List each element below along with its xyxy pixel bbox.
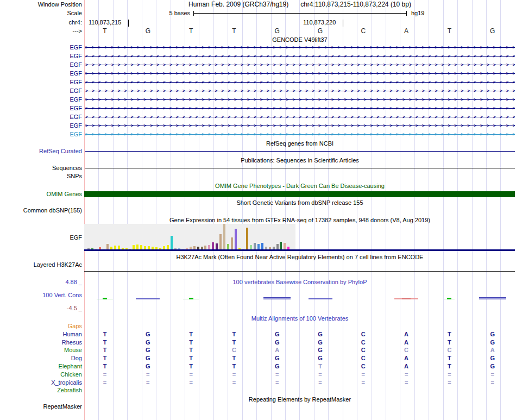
gene-transcript-line[interactable]: >>>>>>>>>>>>>>>>>>>>>>>>>>>>>>>>>>>>>>>>… [85,105,515,112]
repeatmasker-track-title: Repeating Elements by RepeatMasker [85,396,515,403]
gtex-tissue-bar[interactable] [246,228,248,249]
gtex-tissue-bar[interactable] [171,236,173,249]
gene-transcript-line[interactable]: >>>>>>>>>>>>>>>>>>>>>>>>>>>>>>>>>>>>>>>>… [85,114,515,121]
coordinate-mid: 110,873,220 [303,19,336,26]
gtex-tissue-bar[interactable] [212,242,214,249]
gene-transcript-line[interactable]: >>>>>>>>>>>>>>>>>>>>>>>>>>>>>>>>>>>>>>>>… [85,87,515,95]
gene-row-label[interactable]: EGF [0,114,82,121]
gtex-tissue-bar[interactable] [231,237,233,249]
alignment-cell: = [255,371,299,378]
gtex-expression-chart[interactable] [84,224,295,249]
alignment-cell: G [471,339,514,346]
gtex-tissue-bar[interactable] [118,246,120,249]
species-label[interactable]: Chicken [0,371,82,378]
h3k27ac-track-title: H3K27Ac Mark (Often Found Near Active Re… [85,254,515,261]
gene-transcript-line[interactable]: >>>>>>>>>>>>>>>>>>>>>>>>>>>>>>>>>>>>>>>>… [85,131,515,138]
gene-row-label[interactable]: EGF [0,122,82,129]
alignment-cell: T [212,339,256,346]
conservation-scale-max: 4.88 _ [0,279,82,286]
phylop-positive-peak [189,298,193,299]
gene-row-label[interactable]: EGF [0,53,82,60]
gene-row-label[interactable]: EGF [0,79,82,86]
gtex-tissue-bar[interactable] [204,246,206,249]
species-label[interactable]: Mouse [0,347,82,354]
gene-row-label[interactable]: EGF [0,96,82,103]
alignment-cell: T [169,331,213,338]
gene-row-label[interactable]: EGF [0,61,82,68]
gene-transcript-line[interactable]: >>>>>>>>>>>>>>>>>>>>>>>>>>>>>>>>>>>>>>>>… [85,44,515,51]
alignment-cell: T [83,339,127,346]
gene-transcript-line[interactable]: >>>>>>>>>>>>>>>>>>>>>>>>>>>>>>>>>>>>>>>>… [85,79,515,86]
alignment-cell: = [169,371,213,378]
gtex-tissue-bar[interactable] [219,234,222,249]
conservation-label[interactable]: 100 Vert. Cons [0,292,82,299]
snps-label[interactable]: SNPs [0,173,82,180]
alignment-cell: T [83,355,127,362]
common-dbsnp-label[interactable]: Common dbSNP(155) [0,207,82,214]
gtex-tissue-bar[interactable] [140,245,142,249]
alignment-cell: A [385,363,428,370]
alignment-cell: G [126,339,169,346]
alignment-cell: T [169,347,213,354]
gtex-tissue-bar[interactable] [284,243,286,249]
species-label[interactable]: Rhesus [0,339,82,346]
scale-bar-line [193,13,407,14]
gtex-tissue-bar[interactable] [235,229,237,249]
gene-row-label[interactable]: EGF [0,105,82,112]
reference-base: G [255,28,299,35]
gene-row-label[interactable]: EGF [0,70,82,77]
gtex-tissue-bar[interactable] [106,244,109,249]
gene-transcript-line[interactable]: >>>>>>>>>>>>>>>>>>>>>>>>>>>>>>>>>>>>>>>>… [85,53,515,60]
gene-row-label[interactable]: EGF [0,44,82,51]
coordinate-first-tick [128,20,129,27]
gtex-tissue-bar[interactable] [216,243,218,249]
genome-browser-image: Window Position Human Feb. 2009 (GRCh37/… [0,0,516,420]
gtex-tissue-bar[interactable] [114,246,116,249]
omim-track-title: OMIM Gene Phenotypes - Dark Green Can Be… [85,183,515,190]
refseq-curated-label[interactable]: RefSeq Curated [0,148,82,155]
gene-transcript-line[interactable]: >>>>>>>>>>>>>>>>>>>>>>>>>>>>>>>>>>>>>>>>… [85,61,515,68]
gene-transcript-line[interactable]: >>>>>>>>>>>>>>>>>>>>>>>>>>>>>>>>>>>>>>>>… [85,122,515,129]
gtex-gene-label[interactable]: EGF [0,234,82,241]
species-label[interactable]: X_tropicalis [0,379,82,386]
gene-row-label[interactable]: EGF [0,87,82,95]
alignment-cell: = [83,371,127,378]
species-label[interactable]: Elephant [0,363,82,370]
gtex-tissue-bar[interactable] [254,243,256,249]
repeatmasker-label[interactable]: RepeatMasker [0,403,82,410]
gtex-tissue-bar[interactable] [227,244,229,249]
omim-genes-label[interactable]: OMIM Genes [0,191,82,198]
alignment-cell: T [427,331,471,338]
gtex-gene-model-bar[interactable] [84,249,515,251]
strand-direction-label[interactable]: ---> [0,28,82,35]
species-label[interactable]: Human [0,331,82,338]
gtex-tissue-bar[interactable] [133,245,135,249]
gtex-tissue-bar[interactable] [208,245,210,249]
gtex-tissue-bar[interactable] [280,242,282,249]
scale-bar-left-tick [193,11,194,16]
alignment-cell: T [169,355,213,362]
h3k27ac-label[interactable]: Layered H3K27Ac [0,261,82,268]
gtex-tissue-bar[interactable] [257,244,260,249]
alignment-cell: = [212,379,256,386]
gtex-tissue-bar[interactable] [223,224,225,249]
gtex-tissue-bar[interactable] [261,243,263,249]
refseq-gene-line[interactable] [85,151,515,152]
gene-transcript-line[interactable]: >>>>>>>>>>>>>>>>>>>>>>>>>>>>>>>>>>>>>>>>… [85,96,515,103]
gtex-tissue-bar[interactable] [136,245,139,249]
species-label[interactable]: Zebrafish [0,387,82,394]
sequences-label[interactable]: Sequences [0,165,82,172]
gtex-tissue-bar[interactable] [167,245,169,249]
omim-gene-bar[interactable] [84,191,515,197]
reference-base: G [126,28,169,35]
multiz-gaps-label[interactable]: Gaps [0,323,82,330]
gene-row-label[interactable]: EGF [0,131,82,138]
sequences-item-line[interactable] [85,168,515,168]
alignment-cell: T [169,363,213,370]
alignment-cell: T [83,347,127,354]
gtex-tissue-bar[interactable] [276,244,279,249]
gtex-tissue-bar[interactable] [250,245,252,249]
scale-value: 5 bases [136,10,190,17]
species-label[interactable]: Dog [0,355,82,362]
gene-transcript-line[interactable]: >>>>>>>>>>>>>>>>>>>>>>>>>>>>>>>>>>>>>>>>… [85,70,515,77]
